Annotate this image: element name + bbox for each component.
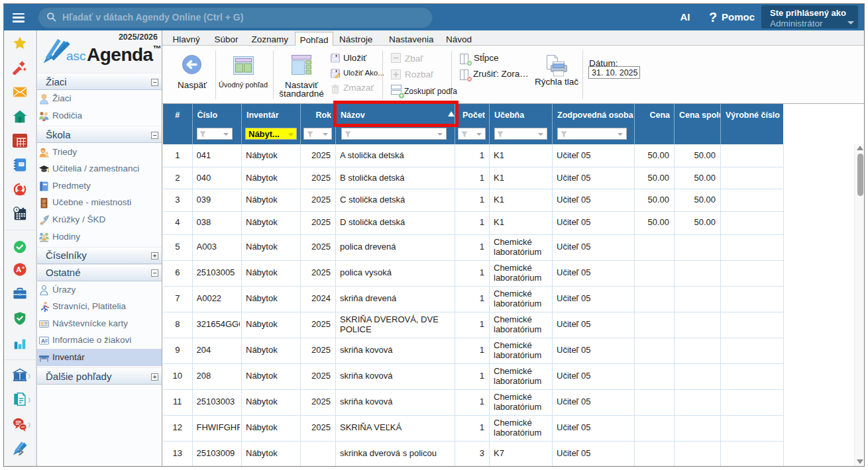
svg-text:A: A — [16, 265, 21, 273]
svg-text:A: A — [41, 338, 45, 344]
svg-text:+: + — [22, 265, 25, 271]
